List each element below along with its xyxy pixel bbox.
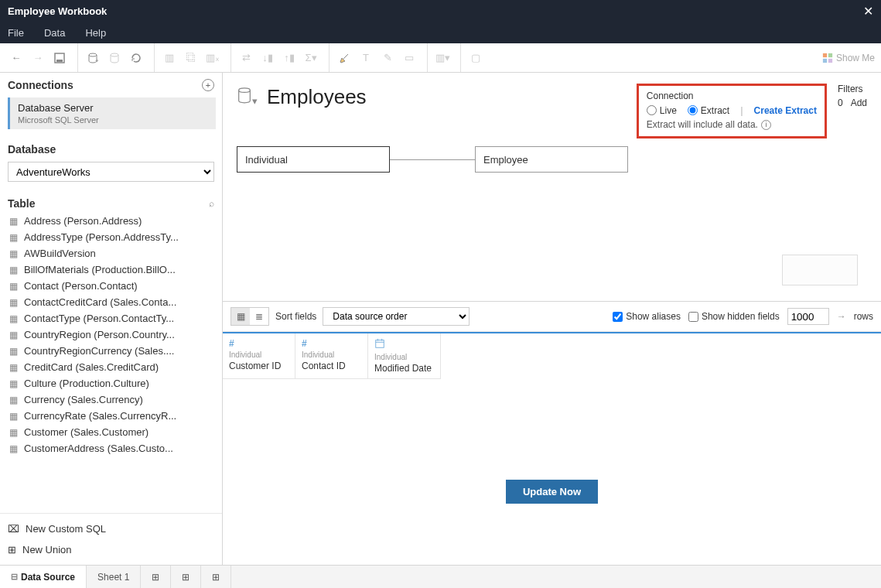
datasource-name[interactable]: Employees [267,85,367,109]
svg-rect-7 [823,58,827,62]
filters-count: 0 [838,97,843,108]
connection-name: Database Server [18,102,208,114]
rows-input[interactable] [787,308,829,325]
menu-help[interactable]: Help [82,27,109,39]
view-list-icon[interactable]: ≣ [250,308,268,325]
bottom-tabs: ⊟ Data Source Sheet 1 ⊞ ⊞ ⊞ [0,565,881,588]
table-icon: ▦ [9,281,18,292]
forward-icon[interactable]: → [28,48,48,68]
rows-label: rows [854,311,873,322]
totals-icon[interactable]: Σ▾ [301,48,321,68]
save-icon[interactable] [50,48,70,68]
filters-pane: Filters 0 Add [838,84,867,108]
drop-target[interactable] [782,255,858,285]
update-now-button[interactable]: Update Now [506,480,598,504]
table-row[interactable]: ▦CustomerAddress (Sales.Custo... [3,440,219,456]
join-canvas[interactable]: Individual Employee [223,115,881,301]
show-me-button[interactable]: Show Me [822,53,875,63]
presentation-icon[interactable]: ▢ [466,48,486,68]
table-row[interactable]: ▦Contact (Person.Contact) [3,278,219,294]
table-row[interactable]: ▦ContactCreditCard (Sales.Conta... [3,294,219,310]
menu-file[interactable]: File [5,27,27,39]
table-row[interactable]: ▦AWBuildVersion [3,245,219,262]
number-type-icon: # [229,338,289,349]
new-dashboard-icon[interactable]: ⊞ [171,566,201,588]
join-table-right[interactable]: Employee [475,146,628,173]
new-datasource-icon[interactable]: + [83,48,103,68]
svg-point-2 [89,53,97,56]
table-icon: ▦ [9,378,18,389]
connections-header: Connections [8,79,73,91]
refresh-icon[interactable] [126,48,146,68]
highlight-icon[interactable] [334,48,354,68]
show-aliases-checkbox[interactable]: Show aliases [613,311,681,322]
filters-add[interactable]: Add [851,97,867,108]
svg-point-4 [111,53,118,56]
new-union[interactable]: ⊞New Union [0,539,222,560]
create-extract-link[interactable]: Create Extract [754,105,817,116]
database-select[interactable]: AdventureWorks [8,162,214,182]
sidebar: Connections + Database Server Microsoft … [0,73,223,565]
extract-radio[interactable]: Extract [688,105,729,116]
back-icon[interactable]: ← [6,48,26,68]
swap-icon[interactable]: ⇄ [236,48,256,68]
pause-icon[interactable] [104,48,125,68]
table-icon: ▦ [9,411,18,422]
canvas-area: ▾ Employees Connection Live Extract | Cr… [223,73,881,565]
title-bar: Employee Workbook ✕ [0,0,881,22]
new-custom-sql[interactable]: ⌧New Custom SQL [0,518,222,539]
sql-icon: ⌧ [8,523,19,535]
new-story-icon[interactable]: ⊞ [201,566,231,588]
connection-type: Microsoft SQL Server [18,115,208,125]
table-row[interactable]: ▦Culture (Production.Culture) [3,375,219,391]
search-icon[interactable]: ⌕ [209,198,214,209]
table-icon: ▦ [9,346,18,357]
column-header[interactable]: # Individual Customer ID [223,333,295,379]
table-row[interactable]: ▦ContactType (Person.ContactTy... [3,310,219,326]
text-icon[interactable]: T [356,48,376,68]
fit-icon[interactable]: ▥▾ [432,48,452,68]
clear-icon[interactable]: ▥ₓ [203,48,223,68]
tab-sheet1[interactable]: Sheet 1 [87,566,141,588]
table-row[interactable]: ▦AddressType (Person.AddressTy... [3,229,219,245]
table-row[interactable]: ▦CountryRegionCurrency (Sales.... [3,343,219,359]
view-grid-icon[interactable]: ▦ [231,308,250,325]
live-radio[interactable]: Live [647,105,677,116]
close-icon[interactable]: ✕ [863,4,873,19]
duplicate-icon[interactable]: ⿻ [181,48,201,68]
table-row[interactable]: ▦CreditCard (Sales.CreditCard) [3,359,219,375]
connection-item[interactable]: Database Server Microsoft SQL Server [8,97,216,129]
svg-rect-10 [376,340,384,348]
worksheet-icon[interactable]: ▭ [399,48,419,68]
add-connection-icon[interactable]: + [202,79,214,91]
table-row[interactable]: ▦Address (Person.Address) [3,213,219,229]
column-header[interactable]: Individual Modified Date [368,333,441,379]
column-header[interactable]: # Individual Contact ID [295,333,368,379]
table-row[interactable]: ▦CountryRegion (Person.Country... [3,326,219,343]
filters-label: Filters [838,84,867,94]
table-icon: ▦ [9,232,18,243]
table-icon: ▦ [9,443,18,454]
svg-rect-6 [828,53,832,56]
sort-asc-icon[interactable]: ↓▮ [258,48,278,68]
toolbar: ← → + ▥ ⿻ ▥ₓ ⇄ ↓▮ ↑▮ Σ▾ T ✎ ▭ ▥▾ ▢ Show … [0,43,881,73]
table-row[interactable]: ▦Currency (Sales.Currency) [3,391,219,408]
table-row[interactable]: ▦BillOfMaterials (Production.BillO... [3,262,219,278]
group-icon[interactable]: ✎ [377,48,398,68]
tab-data-source[interactable]: ⊟ Data Source [0,566,87,588]
sort-select[interactable]: Data source order [323,307,470,326]
sort-desc-icon[interactable]: ↑▮ [279,48,299,68]
table-icon: ▦ [9,395,18,405]
menu-data[interactable]: Data [41,27,68,39]
table-row[interactable]: ▦Customer (Sales.Customer) [3,424,219,440]
database-header: Database [8,143,56,156]
grid-body: Update Now [223,379,881,565]
number-type-icon: # [302,338,361,349]
new-sheet-icon[interactable]: ▥ [159,48,179,68]
join-table-left[interactable]: Individual [237,146,390,173]
table-header: Table [8,197,36,210]
table-row[interactable]: ▦CurrencyRate (Sales.CurrencyR... [3,408,219,424]
table-icon: ▦ [9,362,18,373]
new-worksheet-icon[interactable]: ⊞ [141,566,171,588]
show-hidden-checkbox[interactable]: Show hidden fields [688,311,780,322]
